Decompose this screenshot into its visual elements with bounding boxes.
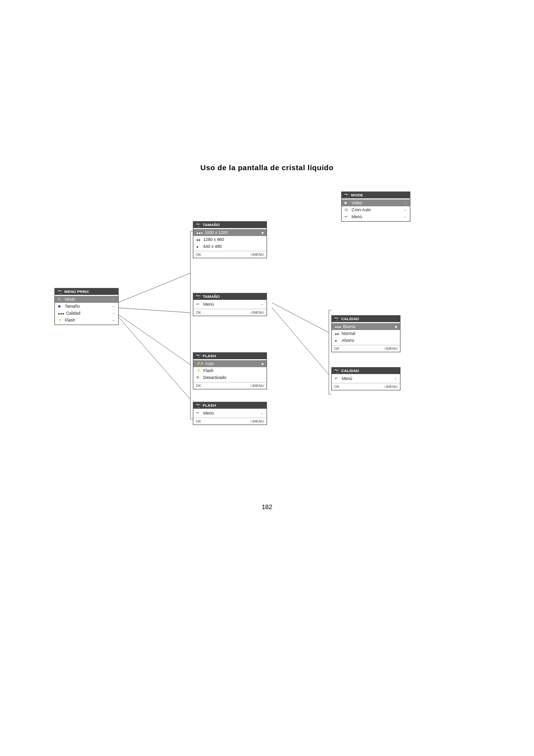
flash2-menu-arrow: → bbox=[260, 412, 264, 415]
buena-marker: ■ bbox=[395, 325, 397, 329]
tamano1-header: 📷 TAMAÑO bbox=[193, 222, 267, 228]
flash1-item-desactivado[interactable]: ⊘ Desactivado bbox=[193, 374, 267, 381]
mode-menu-icon: ↩ bbox=[345, 215, 350, 219]
flash1-footer: OK ◁MENU bbox=[193, 382, 267, 389]
flash-icon: ⚡ bbox=[58, 318, 63, 322]
page-number: 182 bbox=[0, 503, 534, 511]
calidad2-body: ↩ Menú → bbox=[332, 374, 400, 383]
tamano1-menu-btn: ◁MENU bbox=[250, 252, 264, 257]
cron-icon: ◷ bbox=[345, 208, 350, 212]
flash2-ok: OK bbox=[196, 419, 201, 424]
calidad1-cam-icon: 📷 bbox=[334, 317, 339, 321]
flash-auto-marker: ■ bbox=[262, 362, 264, 366]
svg-line-1 bbox=[118, 308, 190, 313]
calidad1-ok: OK bbox=[334, 346, 340, 351]
flash1-menu-btn: ◁MENU bbox=[250, 383, 264, 388]
calidad1-item-ahorro[interactable]: ● Ahorro bbox=[332, 337, 400, 344]
calidad1-menu-btn: ◁MENU bbox=[384, 346, 398, 351]
ahorro-icon: ● bbox=[335, 339, 340, 342]
svg-line-7 bbox=[272, 303, 329, 332]
calidad1-header: 📷 CALIDAD bbox=[332, 316, 400, 322]
flash2-menu-btn: ◁MENU bbox=[250, 419, 264, 424]
cron-arrow: → bbox=[403, 208, 407, 212]
flash2-menu-icon: ↩ bbox=[196, 411, 201, 415]
tamano2-cam-icon: 📷 bbox=[196, 294, 201, 299]
tamano1-cam-icon: 📷 bbox=[196, 223, 201, 227]
svg-line-8 bbox=[272, 308, 329, 375]
flash-arrow: → bbox=[112, 319, 115, 322]
mode-item-video[interactable]: ▶ Video → bbox=[342, 199, 410, 206]
tamano2-header: 📷 TAMAÑO bbox=[193, 293, 267, 300]
tamano2-footer: OK ◁MENU bbox=[193, 309, 267, 316]
flash-auto-icon: ⚡A bbox=[196, 362, 203, 366]
tamano2-body: ↩ Menú → bbox=[193, 300, 267, 309]
calidad2-menu-btn: ◁MENU bbox=[384, 384, 398, 389]
calidad1-footer: OK ◁MENU bbox=[332, 345, 400, 352]
calidad1-item-buena[interactable]: ●●● Buena ■ bbox=[332, 323, 400, 330]
tamano1-item-640[interactable]: ● 640 x 480 bbox=[193, 243, 267, 250]
tamano1-item-1280[interactable]: ●● 1280 x 960 bbox=[193, 236, 267, 243]
mode-cam-icon: 📷 bbox=[344, 193, 349, 197]
tamano-arrow: → bbox=[112, 305, 115, 308]
size-1600-marker: ■ bbox=[262, 231, 264, 235]
flash1-body: ⚡A Auto ■ ⚡ Flash ⊘ Desactivado bbox=[193, 359, 267, 382]
menu-princ-body: ⊙ Modo → ◉ Tamaño → ●●● Calidad → ⚡ Flas… bbox=[55, 295, 118, 325]
tamano2-item-menu[interactable]: ↩ Menú → bbox=[193, 301, 267, 308]
flash2-body: ↩ Menú → bbox=[193, 409, 267, 418]
flash1-item-auto[interactable]: ⚡A Auto ■ bbox=[193, 360, 267, 367]
calidad2-menu-arrow: → bbox=[394, 377, 397, 380]
menu-item-flash[interactable]: ⚡ Flash → bbox=[55, 317, 118, 324]
normal-icon: ●● bbox=[335, 332, 340, 335]
connector-lines bbox=[44, 182, 490, 488]
calidad-arrow: → bbox=[112, 312, 115, 315]
size-1600-icon: ●●● bbox=[196, 231, 203, 235]
calidad2-ok: OK bbox=[334, 384, 340, 389]
flash2-footer: OK ◁MENU bbox=[193, 418, 267, 425]
size-640-icon: ● bbox=[196, 245, 201, 248]
calidad1-item-normal[interactable]: ●● Normal bbox=[332, 330, 400, 337]
svg-line-3 bbox=[118, 316, 190, 399]
tamano1-body: ●●● 1600 x 1200 ■ ●● 1280 x 960 ● 640 x … bbox=[193, 228, 267, 251]
calidad2-footer: OK ◁MENU bbox=[332, 383, 400, 390]
flash2-box: 📷 FLASH ↩ Menú → OK ◁MENU bbox=[193, 402, 267, 425]
flash1-box: 📷 FLASH ⚡A Auto ■ ⚡ Flash ⊘ Desactivado bbox=[193, 352, 267, 389]
flash1-ok: OK bbox=[196, 383, 201, 388]
tamano2-menu-icon: ↩ bbox=[196, 302, 201, 306]
tamano2-menu-arrow: → bbox=[260, 303, 264, 306]
tamano2-menu-btn: ◁MENU bbox=[250, 310, 264, 315]
tamano1-ok: OK bbox=[196, 252, 201, 257]
menu-item-calidad[interactable]: ●●● Calidad → bbox=[55, 310, 118, 317]
tamano1-box: 📷 TAMAÑO ●●● 1600 x 1200 ■ ●● 1280 x 960… bbox=[193, 221, 267, 258]
video-arrow: → bbox=[403, 201, 407, 205]
flash1-cam-icon: 📷 bbox=[196, 354, 201, 358]
section-title: Uso de la pantalla de cristal líquido bbox=[0, 163, 534, 172]
svg-line-0 bbox=[118, 273, 190, 303]
menu-item-modo[interactable]: ⊙ Modo → bbox=[55, 296, 118, 303]
calidad2-box: 📷 CALIDAD ↩ Menú → OK ◁MENU bbox=[331, 367, 400, 390]
flash2-cam-icon: 📷 bbox=[196, 403, 201, 408]
mode-item-cron[interactable]: ◷ Cron-Auto → bbox=[342, 206, 410, 213]
size-1280-icon: ●● bbox=[196, 238, 201, 241]
flash2-header: 📷 FLASH bbox=[193, 402, 267, 409]
mode-box: 📷 MODE ▶ Video → ◷ Cron-Auto → ↩ Menú → bbox=[341, 191, 410, 222]
camera-icon: 📷 bbox=[57, 289, 62, 294]
mode-item-menu[interactable]: ↩ Menú → bbox=[342, 213, 410, 220]
diagram-container: 📷 MENÚ PRINC ⊙ Modo → ◉ Tamaño → ●●● Cal… bbox=[44, 182, 490, 488]
tamano-icon: ◉ bbox=[58, 304, 63, 308]
calidad2-header: 📷 CALIDAD bbox=[332, 368, 400, 374]
svg-line-2 bbox=[118, 314, 190, 365]
menu-item-tamano[interactable]: ◉ Tamaño → bbox=[55, 303, 118, 310]
menu-princ-box: 📷 MENÚ PRINC ⊙ Modo → ◉ Tamaño → ●●● Cal… bbox=[54, 288, 119, 325]
tamano1-footer: OK ◁MENU bbox=[193, 251, 267, 258]
flash1-item-flash[interactable]: ⚡ Flash bbox=[193, 367, 267, 374]
flash1-header: 📷 FLASH bbox=[193, 353, 267, 359]
calidad2-cam-icon: 📷 bbox=[334, 369, 339, 373]
video-icon: ▶ bbox=[345, 201, 350, 205]
calidad2-item-menu[interactable]: ↩ Menú → bbox=[332, 375, 400, 382]
menu-princ-header: 📷 MENÚ PRINC bbox=[55, 288, 118, 295]
modo-icon: ⊙ bbox=[58, 297, 63, 301]
tamano1-item-1600[interactable]: ●●● 1600 x 1200 ■ bbox=[193, 229, 267, 236]
calidad1-body: ●●● Buena ■ ●● Normal ● Ahorro bbox=[332, 322, 400, 345]
flash2-item-menu[interactable]: ↩ Menú → bbox=[193, 410, 267, 417]
modo-arrow: → bbox=[112, 298, 115, 301]
